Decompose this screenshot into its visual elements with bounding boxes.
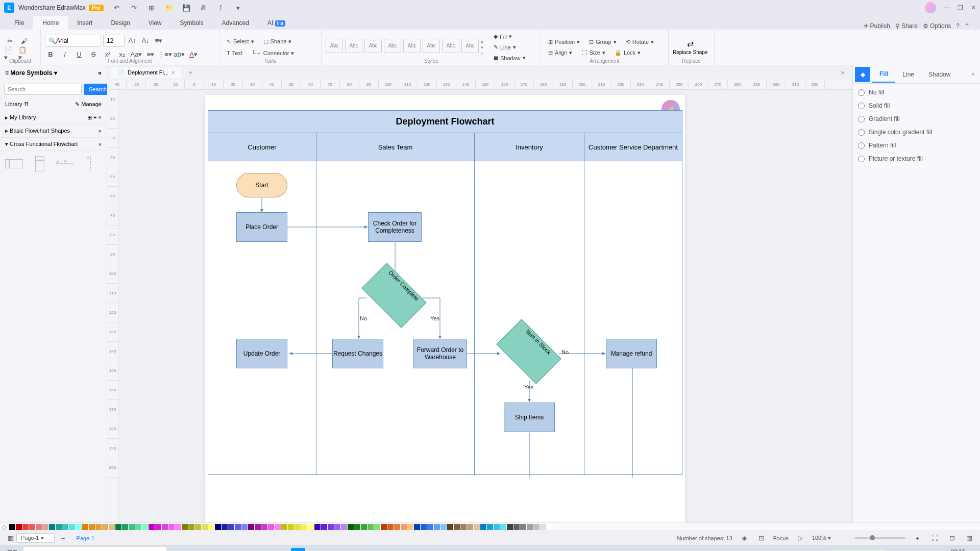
rptab-fill[interactable]: Fill	[872, 66, 895, 83]
ribbon-collapse[interactable]: ⌃	[965, 22, 970, 30]
lib-close-icon[interactable]: ×	[99, 114, 102, 120]
taskbar-search[interactable]: 🔍 Type here to search	[23, 547, 166, 551]
symbol-search-input[interactable]	[4, 84, 82, 95]
lane-sales[interactable]: Sales Team	[316, 133, 475, 161]
color-swatch[interactable]	[49, 524, 55, 530]
nofill-option[interactable]: No fill	[858, 89, 975, 96]
color-swatch[interactable]	[494, 524, 500, 530]
style-swatch-1[interactable]: Abc	[326, 39, 343, 53]
font-name-select[interactable]: 🔍 Arial	[45, 35, 101, 47]
focus-target-icon[interactable]: ⊡	[756, 533, 767, 544]
separator-h-shape[interactable]	[56, 156, 74, 171]
replace-shape-icon[interactable]: ⇄	[687, 39, 694, 48]
cut-button[interactable]: ✂	[4, 36, 15, 47]
presentation-icon[interactable]: ▷	[795, 533, 806, 544]
panels-icon[interactable]: ▦	[964, 533, 975, 544]
color-swatch[interactable]	[354, 524, 360, 530]
color-swatch[interactable]	[394, 524, 400, 530]
tab-file[interactable]: File	[5, 16, 33, 30]
print-button[interactable]: 🖶	[198, 2, 209, 13]
lane-service[interactable]: Customer Service Department	[584, 133, 682, 161]
position-button[interactable]: ⊞ Position▾	[545, 37, 583, 47]
tab-design[interactable]: Design	[102, 16, 139, 30]
rptab-line[interactable]: Line	[895, 67, 921, 82]
save-button[interactable]: 💾	[181, 2, 192, 13]
singlegradient-option[interactable]: Single color gradient fill	[858, 129, 975, 136]
color-swatch[interactable]	[182, 524, 188, 530]
color-swatch[interactable]	[9, 524, 15, 530]
tab-home[interactable]: Home	[33, 16, 68, 30]
color-swatch[interactable]	[460, 524, 467, 530]
color-swatch[interactable]	[149, 524, 155, 530]
color-swatch[interactable]	[447, 524, 453, 530]
color-swatch[interactable]	[241, 524, 248, 530]
word-icon[interactable]: W	[250, 547, 268, 551]
decrease-font-button[interactable]: A↓	[140, 35, 151, 46]
style-swatch-8[interactable]: Abc	[461, 39, 479, 53]
zoom-slider[interactable]	[854, 537, 905, 539]
new-button[interactable]: ⊞	[146, 2, 157, 13]
color-swatch[interactable]	[135, 524, 141, 530]
minimize-button[interactable]: —	[944, 4, 950, 11]
cross-functional-category[interactable]: ▾ Cross Functional Flowchart	[5, 141, 78, 147]
color-swatch[interactable]	[301, 524, 307, 530]
color-swatch[interactable]	[421, 524, 427, 530]
copy-button[interactable]: 📄▾	[4, 48, 15, 59]
color-swatch[interactable]	[427, 524, 433, 530]
focus-button[interactable]: Focus	[773, 535, 789, 541]
doc-tab-close[interactable]: ×	[172, 69, 175, 76]
color-swatch[interactable]	[381, 524, 387, 530]
color-swatch[interactable]	[341, 524, 347, 530]
font-size-select[interactable]: 12	[103, 35, 125, 47]
close-button[interactable]: ✕	[971, 4, 976, 11]
export-button[interactable]: ⤴	[215, 2, 227, 13]
shape-tool[interactable]: ▢ Shape ▾	[260, 37, 295, 46]
connector-tool[interactable]: └→ Connector ▾	[249, 48, 298, 58]
color-swatch[interactable]	[547, 524, 553, 530]
ship-items-node[interactable]: Ship Items	[504, 403, 555, 432]
increase-font-button[interactable]: A↑	[127, 35, 138, 46]
redo-button[interactable]: ↷	[129, 2, 140, 13]
library-label[interactable]: Library ⇈	[5, 101, 29, 108]
cat2-close-icon[interactable]: ×	[99, 141, 102, 147]
more-symbols-title[interactable]: More Symbols	[10, 69, 52, 77]
style-swatch-3[interactable]: Abc	[364, 39, 382, 53]
color-swatch[interactable]	[155, 524, 161, 530]
lib-add-icon[interactable]: ⊞	[87, 114, 92, 120]
color-swatch[interactable]	[175, 524, 181, 530]
picturefill-option[interactable]: Picture or texture fill	[858, 155, 975, 162]
drawing-page[interactable]: ✨ Deployment Flowchart Customer Sales Te…	[205, 95, 685, 522]
format-painter-button[interactable]: 🖌	[18, 36, 30, 47]
color-swatch[interactable]	[348, 524, 354, 530]
color-swatch[interactable]	[102, 524, 108, 530]
color-swatch[interactable]	[440, 524, 447, 530]
color-swatch[interactable]	[361, 524, 367, 530]
tab-view[interactable]: View	[139, 16, 171, 30]
color-swatch[interactable]	[500, 524, 506, 530]
patternfill-option[interactable]: Pattern fill	[858, 142, 975, 149]
color-swatch[interactable]	[122, 524, 128, 530]
color-swatch[interactable]	[281, 524, 287, 530]
color-swatch[interactable]	[520, 524, 526, 530]
taskview-icon[interactable]: ⊞	[189, 547, 207, 551]
color-swatch[interactable]	[387, 524, 394, 530]
color-swatch[interactable]	[321, 524, 327, 530]
page-layout-icon[interactable]: ▦	[5, 533, 16, 544]
color-swatch[interactable]	[22, 524, 29, 530]
manage-refund-node[interactable]: Manage refund	[606, 339, 657, 368]
lane-customer[interactable]: Customer	[208, 133, 316, 161]
color-swatch[interactable]	[401, 524, 407, 530]
color-swatch[interactable]	[480, 524, 486, 530]
options-button[interactable]: ⚙ Options	[923, 22, 951, 30]
canvas-area[interactable]: ✨ Deployment Flowchart Customer Sales Te…	[118, 90, 852, 522]
edge-icon[interactable]: 🌐	[209, 547, 228, 551]
text-tool[interactable]: T Text	[224, 48, 246, 58]
color-swatch[interactable]	[215, 524, 221, 530]
page-tab[interactable]: Page-1	[77, 535, 94, 541]
color-swatch[interactable]	[255, 524, 261, 530]
flowchart-title[interactable]: Deployment Flowchart	[208, 110, 682, 133]
color-swatch[interactable]	[62, 524, 68, 530]
chrome-icon[interactable]: 🔴	[271, 547, 289, 551]
color-swatch[interactable]	[142, 524, 148, 530]
color-swatch[interactable]	[368, 524, 374, 530]
